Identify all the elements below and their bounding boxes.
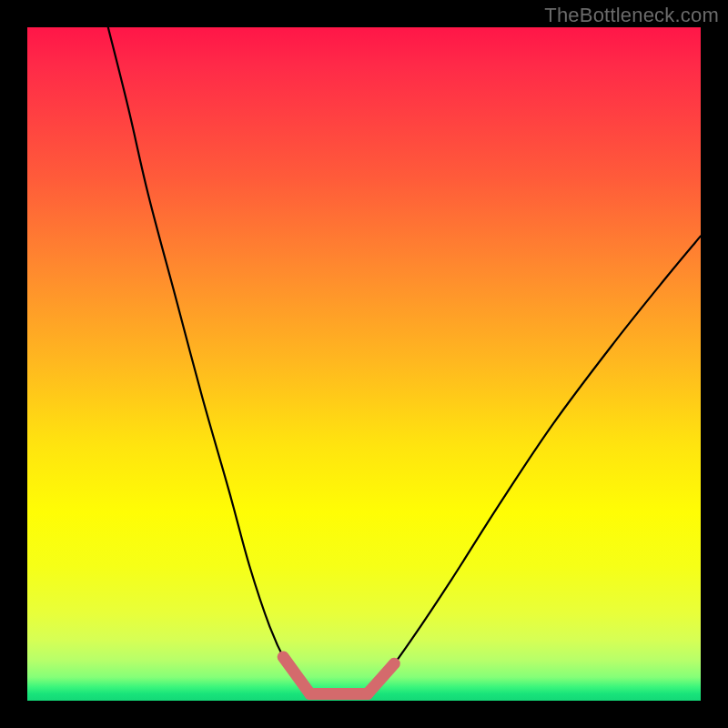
curve-layer [27,27,701,701]
plot-area [27,27,701,701]
highlight-right [368,663,395,693]
watermark-text: TheBottleneck.com [544,4,719,27]
chart-frame: TheBottleneck.com [0,0,728,728]
bottleneck-curve [108,27,701,696]
highlight-left [283,657,310,694]
